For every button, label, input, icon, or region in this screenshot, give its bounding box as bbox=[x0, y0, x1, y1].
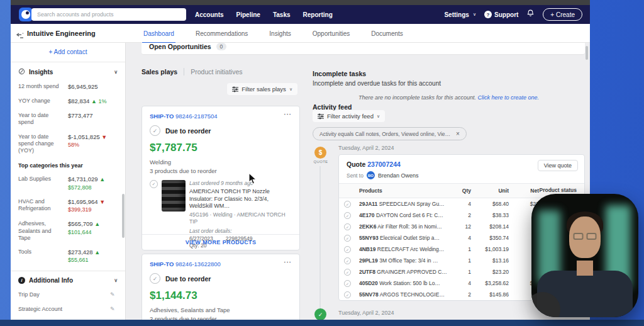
category-tools: Tools $273,428 ▲ $55,661 bbox=[18, 249, 118, 264]
account-header: Intuitive Engineering Dashboard Recommen… bbox=[11, 24, 590, 43]
collapse-panel-icon[interactable] bbox=[16, 30, 24, 42]
tab-insights[interactable]: Insights bbox=[269, 30, 291, 37]
filter-sales-plays-button[interactable]: Filter sales plays ∨ bbox=[227, 83, 297, 95]
order-event-icon: ✓ bbox=[314, 308, 326, 320]
chevron-down-icon: ∨ bbox=[289, 87, 292, 92]
open-opportunities-bar[interactable]: Open Opportunities 0 bbox=[142, 43, 585, 54]
metric-ytd-spend: Year to date spend $773,477 bbox=[18, 112, 118, 126]
bell-icon[interactable] bbox=[526, 9, 535, 20]
check-circle-icon[interactable]: ✓ bbox=[344, 223, 351, 230]
sales-plays-tabs: Sales plays Product initiatives bbox=[142, 68, 243, 76]
top-categories-title: Top categories this year bbox=[18, 162, 118, 169]
check-circle-icon[interactable]: ✓ bbox=[344, 269, 351, 276]
settings-menu[interactable]: Settings ∨ bbox=[444, 11, 476, 18]
create-button[interactable]: + Create bbox=[543, 8, 582, 21]
chevron-down-icon: ∨ bbox=[473, 12, 476, 17]
quote-number-link[interactable]: 237007244 bbox=[367, 160, 401, 168]
tab-sales-plays[interactable]: Sales plays bbox=[142, 68, 184, 76]
card-status: Due to reorder bbox=[165, 275, 211, 283]
account-tabs: Dashboard Recommendations Insights Oppor… bbox=[143, 24, 403, 43]
check-circle-icon[interactable]: ✓ bbox=[150, 125, 160, 136]
view-more-products-link[interactable]: VIEW MORE PRODUCTS bbox=[142, 234, 299, 250]
nav-reporting[interactable]: Reporting bbox=[303, 11, 333, 18]
ship-to-link[interactable]: SHIP-TO 98246-2187504 bbox=[150, 113, 218, 120]
products-note: 2 products due to reorder bbox=[150, 315, 292, 320]
insights-header[interactable]: Insights ∨ bbox=[18, 68, 118, 76]
app-window: Accounts Pipeline Tasks Reporting Settin… bbox=[11, 5, 590, 320]
reorder-amount: $1,144.73 bbox=[150, 289, 292, 302]
insights-panel: Insights ∨ 12 month spend $6,945,925 YOY… bbox=[11, 62, 125, 271]
last-ordered: Last ordered 9 months ago bbox=[189, 180, 292, 187]
check-circle-icon[interactable]: ✓ bbox=[344, 280, 351, 287]
check-circle-icon[interactable]: ✓ bbox=[344, 235, 351, 242]
view-quote-button[interactable]: View quote bbox=[538, 160, 578, 171]
field-trip-day: Trip Day ✎ bbox=[18, 291, 118, 298]
check-circle-icon[interactable]: ✓ bbox=[344, 212, 351, 219]
check-circle-icon[interactable]: ✓ bbox=[150, 180, 158, 188]
additional-info-header[interactable]: i Additional Info ∨ bbox=[18, 277, 118, 284]
sent-to-label: Sent to bbox=[347, 172, 364, 179]
nav-tasks[interactable]: Tasks bbox=[273, 11, 291, 18]
dashboard-content: Open Opportunities 0 Sales plays Product… bbox=[126, 43, 590, 320]
check-circle-icon[interactable]: ✓ bbox=[344, 291, 351, 298]
tab-opportunities[interactable]: Opportunities bbox=[313, 30, 350, 37]
nav-accounts[interactable]: Accounts bbox=[195, 11, 224, 18]
edit-icon[interactable]: ✎ bbox=[110, 306, 118, 313]
insights-icon bbox=[18, 68, 25, 76]
presenter-neck bbox=[577, 261, 593, 276]
window-top-strip bbox=[11, 0, 590, 5]
count-badge: 0 bbox=[216, 43, 227, 50]
incomplete-tasks-title: Incomplete tasks bbox=[313, 70, 366, 77]
webcam-overlay bbox=[531, 194, 638, 317]
more-options-icon[interactable]: ··· bbox=[284, 261, 292, 267]
mouse-cursor-icon bbox=[248, 172, 257, 188]
activity-filter-chip[interactable]: Activity equals Call notes, Orders, View… bbox=[313, 127, 467, 140]
close-icon[interactable]: × bbox=[456, 130, 460, 137]
check-circle-icon[interactable]: ✓ bbox=[344, 201, 351, 208]
info-icon: i bbox=[18, 277, 25, 284]
recipient-name: Brendan Owens bbox=[378, 172, 419, 179]
presenter-glasses bbox=[574, 233, 597, 240]
chevron-down-icon: ∨ bbox=[114, 69, 118, 75]
tab-documents[interactable]: Documents bbox=[371, 30, 403, 37]
check-circle-icon[interactable]: ✓ bbox=[344, 257, 351, 264]
quote-event-label: QUOTE bbox=[312, 160, 330, 164]
avatar: BO bbox=[367, 171, 375, 179]
tab-recommendations[interactable]: Recommendations bbox=[196, 30, 248, 37]
filter-sliders-icon bbox=[318, 113, 324, 120]
ship-to-link[interactable]: SHIP-TO 98246-13622800 bbox=[150, 261, 221, 267]
product-image bbox=[162, 180, 186, 211]
activity-date: Tuesday, April 2, 2024 bbox=[338, 145, 394, 151]
metric-yoy-change: YOY change $82,834 ▲ 1% bbox=[18, 98, 118, 105]
filter-activity-feed-button[interactable]: Filter activity feed ∨ bbox=[313, 110, 385, 122]
check-circle-icon[interactable]: ✓ bbox=[344, 246, 351, 253]
filter-sliders-icon bbox=[232, 86, 238, 93]
chevron-down-icon: ∨ bbox=[377, 114, 380, 119]
product-name[interactable]: AMERICAN TORCH TIP Nozzle Insulator: For… bbox=[189, 188, 292, 210]
nav-pipeline[interactable]: Pipeline bbox=[236, 11, 260, 18]
support-menu[interactable]: ? Support bbox=[484, 11, 518, 18]
products-note: 3 products due to reorder bbox=[150, 167, 292, 174]
sales-play-card: SHIP-TO 98246-13622800 ··· ✓ Due to reor… bbox=[142, 254, 300, 320]
create-task-link[interactable]: Click here to create one. bbox=[478, 94, 540, 101]
timeline-connector bbox=[319, 166, 321, 308]
tab-product-initiatives[interactable]: Product initiatives bbox=[184, 68, 242, 76]
card-category: Welding bbox=[150, 159, 292, 166]
activity-date: Tuesday, April 2, 2024 bbox=[338, 310, 394, 316]
main-scrollbar[interactable] bbox=[586, 46, 588, 60]
incomplete-tasks-subtitle: Incomplete and overdue tasks for this ac… bbox=[313, 80, 441, 87]
sidebar-scrollbar[interactable] bbox=[122, 194, 125, 238]
add-contact-link[interactable]: + Add contact bbox=[11, 43, 125, 62]
brand-logo-icon[interactable] bbox=[19, 8, 33, 21]
account-name: Intuitive Engineering bbox=[27, 30, 96, 37]
search-input[interactable] bbox=[31, 8, 186, 21]
field-strategic-account: Strategic Account ✎ bbox=[18, 306, 118, 313]
edit-icon[interactable]: ✎ bbox=[110, 291, 118, 298]
more-options-icon[interactable]: ··· bbox=[284, 113, 292, 120]
tasks-empty-state: There are no incomplete tasks for this a… bbox=[313, 94, 585, 101]
tab-dashboard[interactable]: Dashboard bbox=[143, 30, 174, 37]
card-category: Adhesives, Sealants and Tape bbox=[150, 306, 292, 313]
chevron-down-icon: ∨ bbox=[114, 278, 118, 283]
check-circle-icon[interactable]: ✓ bbox=[150, 273, 160, 284]
card-status: Due to reorder bbox=[165, 127, 211, 135]
